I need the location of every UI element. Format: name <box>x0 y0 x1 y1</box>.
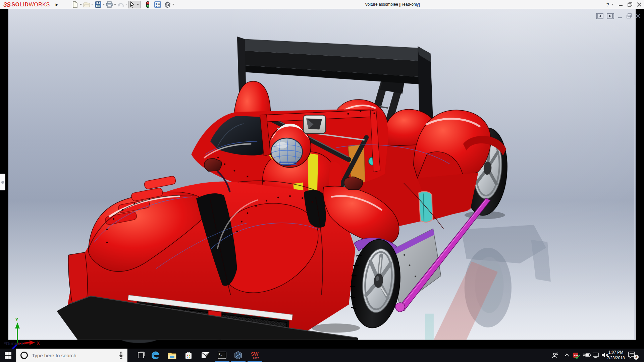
axis-y-label: Y <box>15 317 18 322</box>
open-button[interactable] <box>83 1 91 8</box>
svg-text:sw: sw <box>574 354 578 357</box>
window-title: Voiture assomblee [Read-only] <box>335 0 449 9</box>
mail-icon <box>201 352 210 359</box>
new-document-button[interactable] <box>71 1 79 8</box>
network-icon[interactable] <box>592 352 600 358</box>
undo-button[interactable] <box>117 1 125 8</box>
command-prompt-icon: >_ <box>218 352 226 359</box>
brand-solid: SOLID <box>11 2 29 8</box>
minimize-button[interactable] <box>619 2 623 7</box>
taskbar-app-composer[interactable] <box>231 350 245 361</box>
task-view-icon <box>137 352 145 359</box>
store-icon <box>184 351 193 359</box>
taskbar-app-mail[interactable] <box>199 350 212 361</box>
title-bar: 3S SOLIDWORKS ▶ <box>0 0 644 9</box>
svg-text:SW: SW <box>251 351 259 357</box>
start-button[interactable] <box>0 349 16 362</box>
open-dropdown-caret[interactable] <box>91 1 94 8</box>
pane-collapse-left-button[interactable] <box>596 13 603 19</box>
notification-badge: 3 <box>634 355 639 360</box>
taskbar-search[interactable] <box>16 349 127 362</box>
close-button[interactable] <box>637 2 641 7</box>
composer-hexagon-icon <box>234 351 243 360</box>
people-icon[interactable] <box>552 352 559 358</box>
taskbar: >_ SW 2017 sw 1:07 PM 7/23/2018 <box>0 349 644 362</box>
undo-dropdown-caret[interactable] <box>125 1 128 8</box>
svg-text:2017: 2017 <box>253 357 259 360</box>
tray-chevron-up-icon[interactable] <box>564 352 570 358</box>
select-cursor-icon <box>129 1 135 8</box>
windows-logo-icon <box>5 352 11 359</box>
taskbar-app-file-explorer[interactable] <box>165 350 179 361</box>
menu-expand-arrow-icon[interactable]: ▶ <box>54 1 60 8</box>
task-pane-list-button[interactable] <box>154 1 162 8</box>
clock-date: 7/23/2018 <box>606 355 626 361</box>
document-restore-button[interactable] <box>626 13 632 19</box>
pane-collapse-right-button[interactable] <box>607 13 614 19</box>
task-view-button[interactable] <box>134 350 148 361</box>
solidworks-2017-icon: SW 2017 <box>250 351 260 360</box>
options-dropdown-caret[interactable] <box>172 1 175 8</box>
edge-icon <box>151 351 160 360</box>
document-minimize-button[interactable] <box>618 13 623 19</box>
rebuild-traffic-light-button[interactable] <box>144 1 152 8</box>
taskbar-app-command-prompt[interactable]: >_ <box>215 350 229 361</box>
solidworks-logo: 3S SOLIDWORKS <box>3 1 50 8</box>
restore-button[interactable] <box>628 2 632 7</box>
view-orientation-label: *Dimetric <box>4 341 24 346</box>
search-input[interactable] <box>32 353 112 358</box>
solidworks-monitor-icon[interactable]: sw <box>573 352 580 359</box>
feature-manager-collapsed-tab[interactable] <box>0 174 5 190</box>
quick-toolbar <box>71 1 175 8</box>
axis-x-label: X <box>37 341 40 346</box>
file-explorer-icon <box>168 352 176 359</box>
new-dropdown-caret[interactable] <box>79 1 83 8</box>
taskbar-app-store[interactable] <box>182 350 195 361</box>
select-dropdown-caret[interactable] <box>137 4 140 5</box>
taskbar-app-edge[interactable] <box>149 350 162 361</box>
dassault-logo-icon: 3S <box>3 1 10 8</box>
clock-time: 1:07 PM <box>606 350 626 355</box>
model-canvas[interactable] <box>0 9 644 349</box>
svg-text:>_: >_ <box>219 353 222 356</box>
cortana-icon <box>20 352 28 359</box>
document-close-button[interactable] <box>635 13 641 19</box>
expand-pane-icon <box>1 181 4 184</box>
print-dropdown-caret[interactable] <box>113 1 117 8</box>
select-tool-active[interactable] <box>128 1 141 8</box>
save-button[interactable] <box>94 1 102 8</box>
print-button[interactable] <box>105 1 113 8</box>
help-dropdown-caret[interactable] <box>611 4 614 5</box>
taskbar-app-solidworks[interactable]: SW 2017 <box>248 350 262 361</box>
power-icon[interactable] <box>582 352 591 358</box>
document-window-controls <box>596 13 641 19</box>
help-button[interactable]: ? <box>606 2 609 7</box>
viewport-3d[interactable]: Y X Z *Dimetric <box>0 9 644 349</box>
options-gear-button[interactable] <box>164 1 172 8</box>
save-dropdown-caret[interactable] <box>102 1 105 8</box>
tray-clock[interactable]: 1:07 PM 7/23/2018 <box>606 350 626 361</box>
brand-works: WORKS <box>29 2 50 8</box>
microphone-icon[interactable] <box>118 352 124 359</box>
